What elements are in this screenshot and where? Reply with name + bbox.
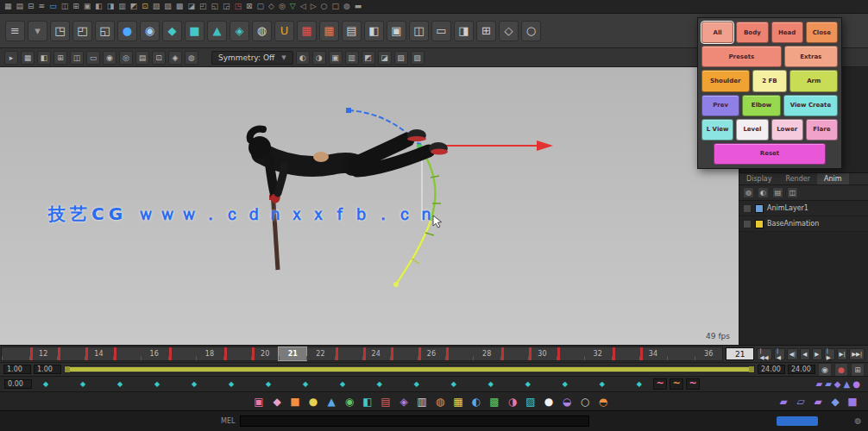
- shelf-icon[interactable]: ▦: [319, 21, 339, 41]
- key-diamond-icon[interactable]: ◆: [117, 380, 123, 388]
- statusline-icon[interactable]: ▸: [4, 51, 18, 65]
- menubar-icon[interactable]: ▧: [153, 3, 160, 10]
- prev-key-button[interactable]: |◀: [774, 348, 785, 360]
- symmetry-dropdown[interactable]: Symmetry: Off ▼: [211, 51, 293, 65]
- tool-icon-right[interactable]: ◆: [828, 395, 842, 409]
- layer-toolbar-icon[interactable]: ◫: [787, 187, 798, 198]
- timeline-track[interactable]: 1214161820212224262830323436: [1, 347, 723, 361]
- timeline-frame-32[interactable]: 32: [584, 347, 612, 360]
- timeline-frame-26[interactable]: 26: [418, 347, 445, 360]
- shelf-icon[interactable]: ▭: [431, 21, 451, 41]
- tool-icon[interactable]: ▲: [324, 395, 338, 409]
- menubar-icon[interactable]: ▥: [118, 3, 126, 10]
- anim-mini-icon[interactable]: ◆: [834, 379, 841, 389]
- shelf-icon[interactable]: ◫: [409, 21, 429, 41]
- statusline-icon[interactable]: ⊞: [53, 51, 67, 65]
- menubar-icon[interactable]: ▤: [16, 3, 24, 10]
- menubar-icon[interactable]: ◪: [187, 3, 195, 10]
- statusline-icon[interactable]: ◎: [119, 51, 133, 65]
- menubar-icon[interactable]: ▦: [4, 3, 12, 10]
- key-diamond-icon[interactable]: ◆: [229, 380, 234, 388]
- anim-prefs-icon[interactable]: ⊞: [851, 363, 865, 377]
- timeline-frame-22[interactable]: 22: [306, 347, 334, 360]
- timeline-frame-15[interactable]: [113, 347, 141, 360]
- tool-icon[interactable]: ◆: [270, 395, 284, 409]
- statusline-icon[interactable]: ▤: [135, 51, 149, 65]
- layer-toolbar-icon[interactable]: ◍: [743, 187, 754, 198]
- menubar-icon[interactable]: □: [331, 3, 339, 10]
- statusline-icon[interactable]: ▦: [21, 51, 35, 65]
- range-slider[interactable]: [64, 365, 755, 373]
- statusline-icon[interactable]: ◪: [378, 51, 392, 65]
- shelf-icon[interactable]: U: [274, 21, 294, 41]
- anim-mini-icon[interactable]: ▰: [825, 379, 832, 389]
- shelf-icon[interactable]: ▾: [28, 21, 47, 41]
- picker-btn-level[interactable]: Level: [736, 119, 768, 141]
- menubar-icon[interactable]: ⊡: [142, 3, 148, 10]
- command-line-input[interactable]: [240, 415, 589, 427]
- picker-btn-2-fb[interactable]: 2 FB: [752, 70, 788, 91]
- timeline-frame-20[interactable]: 20: [251, 347, 279, 360]
- tool-icon[interactable]: ▤: [379, 395, 393, 409]
- statusline-icon[interactable]: ◩: [362, 51, 375, 65]
- play-forwards-button[interactable]: ▶: [812, 348, 822, 360]
- menubar-icon[interactable]: ≡: [39, 3, 46, 10]
- menubar-icon[interactable]: ◱: [211, 3, 218, 10]
- tool-icon[interactable]: ◓: [596, 395, 610, 409]
- current-time-field[interactable]: 21: [726, 347, 754, 360]
- picker-btn-all[interactable]: All: [701, 22, 733, 43]
- tangent-curve-icon[interactable]: ~: [670, 378, 683, 390]
- statusline-icon[interactable]: ◑: [312, 51, 326, 65]
- picker-btn-prev[interactable]: Prev: [701, 95, 739, 116]
- viewport[interactable]: 技艺CG ｗｗｗ．ｃｄｎｘｘｆｂ．ｃｎ 49 fps: [0, 67, 739, 345]
- playback-start-field[interactable]: 1.00: [34, 365, 61, 374]
- layer-visibility-toggle[interactable]: [743, 204, 752, 213]
- statusline-icon[interactable]: ▧: [394, 51, 408, 65]
- timeline-frame-11[interactable]: [2, 347, 29, 360]
- timeline-frame-33[interactable]: [612, 347, 639, 360]
- timeline-frame-23[interactable]: [335, 347, 362, 360]
- auto-key-icon[interactable]: ●: [834, 363, 848, 377]
- picker-btn-presets[interactable]: Presets: [701, 46, 782, 67]
- timeline-frame-18[interactable]: 18: [196, 347, 223, 360]
- layer-row[interactable]: AnimLayer1: [739, 201, 868, 216]
- picker-btn-l-view[interactable]: L View: [701, 119, 733, 141]
- timeline-frame-30[interactable]: 30: [528, 347, 556, 360]
- tool-icon[interactable]: ◐: [469, 395, 483, 409]
- play-backwards-button[interactable]: ◀: [800, 348, 810, 360]
- tool-icon-right[interactable]: ▰: [777, 395, 790, 409]
- statusline-icon[interactable]: ◍: [185, 51, 198, 65]
- menubar-icon[interactable]: ▢: [257, 3, 265, 10]
- timeline-frame-21[interactable]: 21: [279, 347, 306, 360]
- menubar-icon[interactable]: ◍: [343, 3, 350, 10]
- timeline-frame-27[interactable]: [445, 347, 473, 360]
- range-handle-right[interactable]: [749, 366, 754, 372]
- menubar-icon[interactable]: ▣: [84, 3, 91, 10]
- shelf-icon[interactable]: ▣: [387, 21, 406, 41]
- picker-btn-body[interactable]: Body: [736, 22, 768, 43]
- tool-icon[interactable]: ●: [542, 395, 556, 409]
- go-to-end-button[interactable]: ▶▶|: [849, 348, 865, 360]
- menubar-icon[interactable]: ◲: [223, 3, 230, 10]
- picker-btn-flare[interactable]: Flare: [806, 119, 838, 141]
- menubar-icon[interactable]: ◫: [61, 3, 69, 10]
- key-diamond-icon[interactable]: ◆: [80, 380, 85, 388]
- menubar-icon[interactable]: ▬: [355, 3, 362, 10]
- timeline-frame-36[interactable]: 36: [695, 347, 722, 360]
- key-diamond-icon[interactable]: ◆: [488, 380, 494, 388]
- anim-start-field[interactable]: 1.00: [3, 365, 31, 374]
- anim-mini-icon[interactable]: ▰: [815, 379, 822, 389]
- help-icon[interactable]: ◍: [854, 417, 861, 425]
- shelf-icon[interactable]: ◧: [364, 21, 384, 41]
- layer-toolbar-icon[interactable]: ▤: [772, 187, 783, 198]
- tool-icon[interactable]: ■: [288, 395, 302, 409]
- layer-tab-anim[interactable]: Anim: [817, 173, 849, 184]
- layer-toolbar-icon[interactable]: ◐: [758, 187, 769, 198]
- picker-btn-shoulder[interactable]: Shoulder: [701, 70, 750, 91]
- shelf-icon[interactable]: ◰: [72, 21, 92, 41]
- statusline-icon[interactable]: ◫: [70, 51, 84, 65]
- picker-btn-reset[interactable]: Reset: [714, 143, 826, 165]
- statusline-icon[interactable]: ▭: [86, 51, 100, 65]
- key-diamond-icon[interactable]: ◆: [340, 380, 345, 388]
- key-diamond-icon[interactable]: ◆: [43, 380, 48, 388]
